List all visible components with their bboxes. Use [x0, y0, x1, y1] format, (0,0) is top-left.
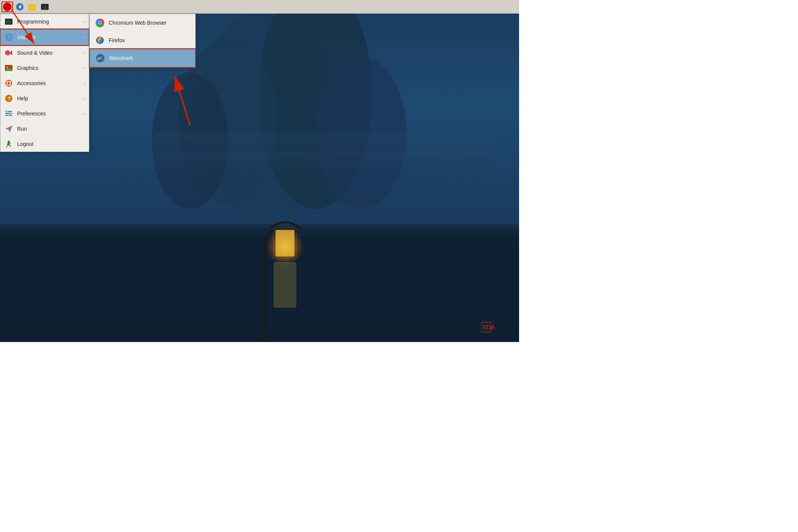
wireshark-icon — [95, 53, 105, 63]
back-icon — [16, 3, 24, 11]
svg-rect-8 — [0, 228, 519, 342]
svg-point-63 — [99, 22, 101, 24]
graphics-icon — [4, 63, 13, 73]
help-arrow: › — [84, 97, 85, 101]
sound-video-icon — [4, 48, 13, 57]
svg-rect-27 — [29, 4, 32, 6]
desktop: _$ </> Programming › — [0, 0, 519, 342]
svg-rect-36 — [5, 51, 7, 55]
sound-video-arrow: › — [84, 51, 85, 55]
logout-icon — [4, 139, 13, 149]
logout-label: Logout — [17, 141, 85, 147]
svg-rect-39 — [11, 51, 12, 55]
svg-text:_$: _$ — [42, 5, 46, 9]
help-label: Help — [17, 95, 84, 101]
preferences-label: Preferences — [17, 111, 84, 117]
accessories-label: Accessories — [17, 80, 84, 86]
menu-item-internet[interactable]: Internet › — [0, 29, 89, 45]
internet-submenu: Chromium Web Browser Firefox — [89, 14, 196, 68]
svg-rect-38 — [9, 52, 11, 54]
internet-arrow: › — [84, 35, 85, 40]
programming-label: Programming — [17, 19, 84, 25]
graphics-arrow: › — [84, 66, 85, 70]
wireshark-label: Wireshark — [109, 55, 133, 61]
svg-rect-9 — [0, 224, 519, 236]
firefox-icon — [95, 35, 105, 45]
rpi-menu-button[interactable] — [2, 2, 13, 12]
submenu-item-firefox[interactable]: Firefox — [90, 32, 195, 49]
file-manager-icon — [28, 3, 36, 11]
accessories-arrow: › — [84, 81, 85, 86]
chromium-label: Chromium Web Browser — [109, 20, 166, 26]
menu-item-help[interactable]: ? Help › — [0, 91, 89, 106]
svg-point-56 — [8, 115, 9, 116]
svg-text:?: ? — [8, 96, 11, 101]
firefox-label: Firefox — [109, 37, 125, 43]
svg-rect-13 — [276, 230, 294, 256]
menu-item-accessories[interactable]: Accessories › — [0, 76, 89, 91]
svg-point-22 — [6, 7, 8, 9]
svg-rect-14 — [274, 262, 296, 308]
internet-icon — [5, 33, 14, 42]
taskbar: _$ — [0, 0, 519, 14]
menu-item-graphics[interactable]: Graphics › — [0, 60, 89, 76]
file-manager-button[interactable] — [27, 2, 38, 12]
svg-point-54 — [6, 111, 8, 112]
svg-text:XDA: XDA — [482, 324, 495, 331]
help-icon: ? — [4, 94, 13, 103]
submenu-item-wireshark[interactable]: Wireshark — [90, 49, 195, 67]
menu-item-logout[interactable]: Logout — [0, 136, 89, 152]
internet-label: Internet — [17, 34, 84, 40]
programming-icon: </> — [4, 17, 13, 26]
svg-rect-7 — [114, 152, 494, 182]
preferences-icon — [4, 109, 13, 118]
svg-point-55 — [10, 113, 11, 114]
svg-point-19 — [6, 4, 8, 6]
graphics-label: Graphics — [17, 65, 84, 71]
back-button[interactable] — [14, 2, 25, 12]
menu-item-run[interactable]: Run — [0, 121, 89, 136]
terminal-icon: _$ — [41, 3, 49, 11]
svg-point-44 — [8, 82, 10, 84]
sound-video-label: Sound & Video — [17, 50, 84, 56]
run-label: Run — [17, 126, 85, 132]
terminal-button[interactable]: _$ — [39, 2, 51, 12]
submenu-item-chromium[interactable]: Chromium Web Browser — [90, 14, 195, 32]
menu-item-sound-video[interactable]: Sound & Video › — [0, 45, 89, 60]
preferences-arrow: › — [84, 112, 85, 116]
svg-text:</>: </> — [6, 21, 11, 24]
main-menu: </> Programming › Internet › — [0, 14, 89, 152]
svg-point-59 — [8, 141, 10, 143]
accessories-icon — [4, 79, 13, 88]
svg-rect-37 — [7, 50, 9, 55]
svg-point-23 — [6, 6, 7, 6]
raspberry-pi-icon — [3, 2, 12, 11]
programming-arrow: › — [84, 20, 85, 24]
menu-item-programming[interactable]: </> Programming › — [0, 14, 89, 29]
run-icon — [4, 124, 13, 133]
chromium-icon — [95, 18, 105, 28]
menu-item-preferences[interactable]: Preferences › — [0, 106, 89, 121]
xda-watermark: XDA — [481, 321, 511, 334]
svg-point-41 — [6, 66, 8, 68]
